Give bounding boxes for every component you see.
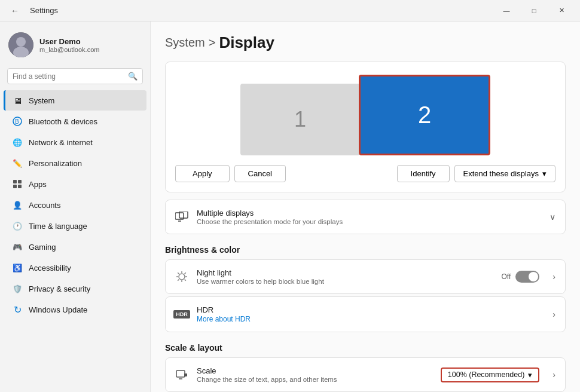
scale-text: Scale Change the size of text, apps, and… — [197, 366, 432, 383]
chevron-down-icon: ▾ — [542, 169, 547, 178]
sidebar-item-network[interactable]: 🌐 Network & internet — [4, 132, 146, 152]
user-name: User Demo — [39, 37, 99, 46]
multiple-displays-icon — [175, 210, 188, 223]
night-light-text: Night light Use warmer colors to help bl… — [197, 268, 493, 285]
hdr-title: HDR — [197, 305, 544, 314]
night-light-row: Night light Use warmer colors to help bl… — [165, 259, 566, 294]
extend-displays-button[interactable]: Extend these displays ▾ — [454, 165, 555, 182]
night-light-inner[interactable]: Night light Use warmer colors to help bl… — [166, 260, 565, 293]
minimize-button[interactable]: — — [493, 1, 520, 20]
monitor-1-label: 1 — [294, 107, 306, 132]
hdr-icon: HDR — [175, 308, 188, 321]
svg-line-17 — [178, 272, 179, 274]
svg-text:B: B — [15, 118, 19, 125]
svg-line-18 — [185, 280, 186, 281]
sidebar-item-personalization[interactable]: ✏️ Personalization — [4, 153, 146, 173]
scale-inner[interactable]: Scale Change the size of text, apps, and… — [166, 358, 565, 391]
accessibility-icon: ♿ — [12, 262, 23, 273]
night-light-title: Night light — [197, 268, 493, 277]
breadcrumb-parent[interactable]: System — [165, 36, 205, 50]
personalization-icon: ✏️ — [12, 158, 23, 169]
sidebar-item-accounts[interactable]: 👤 Accounts — [4, 195, 146, 215]
svg-rect-8 — [18, 185, 22, 188]
sidebar-item-gaming[interactable]: 🎮 Gaming — [4, 237, 146, 257]
user-email: m_lab@outlook.com — [39, 46, 99, 53]
display-card: 1 2 Apply Cancel Identify Extend these d… — [165, 62, 566, 192]
svg-rect-6 — [18, 180, 22, 183]
multiple-displays-subtitle: Choose the presentation mode for your di… — [197, 218, 541, 225]
gaming-icon: 🎮 — [12, 241, 23, 252]
svg-rect-23 — [184, 373, 187, 376]
sidebar-item-privacy[interactable]: 🛡️ Privacy & security — [4, 278, 146, 299]
network-icon: 🌐 — [12, 137, 23, 148]
maximize-button[interactable]: □ — [520, 1, 548, 20]
identify-button[interactable]: Identify — [397, 165, 450, 182]
monitor-1[interactable]: 1 — [240, 84, 360, 155]
back-button[interactable]: ← — [7, 4, 23, 18]
system-icon — [12, 95, 23, 106]
multiple-displays-inner[interactable]: Multiple displays Choose the presentatio… — [166, 200, 565, 234]
user-profile[interactable]: User Demo m_lab@outlook.com — [0, 26, 150, 66]
cancel-button[interactable]: Cancel — [234, 165, 286, 182]
sidebar-item-accessibility[interactable]: ♿ Accessibility — [4, 258, 146, 278]
sidebar-item-label: Windows Update — [29, 305, 87, 314]
sidebar-item-label: Time & language — [29, 222, 87, 231]
privacy-icon: 🛡️ — [12, 283, 23, 294]
update-icon: ↻ — [12, 304, 23, 315]
night-light-status: Off — [502, 272, 511, 281]
apply-button[interactable]: Apply — [175, 165, 230, 182]
close-button[interactable]: ✕ — [548, 1, 575, 20]
sidebar-item-bluetooth[interactable]: B Bluetooth & devices — [4, 111, 146, 131]
hdr-row: HDR HDR More about HDR › — [165, 296, 566, 332]
svg-point-1 — [16, 37, 26, 47]
scale-value-box[interactable]: 100% (Recommended) ▾ — [441, 368, 540, 382]
sidebar-item-label: Personalization — [29, 159, 82, 168]
sidebar-item-apps[interactable]: Apps — [4, 174, 146, 194]
svg-rect-21 — [176, 370, 185, 377]
title-bar-title: Settings — [30, 6, 58, 15]
accounts-icon: 👤 — [12, 200, 23, 210]
sidebar-item-label: Accessibility — [29, 264, 71, 272]
sidebar-item-update[interactable]: ↻ Windows Update — [4, 299, 146, 320]
monitor-2[interactable]: 2 — [359, 75, 490, 155]
user-info: User Demo m_lab@outlook.com — [39, 37, 99, 53]
extend-displays-label: Extend these displays — [463, 169, 539, 178]
brightness-section-heading: Brightness & color — [165, 245, 566, 255]
scale-value: 100% (Recommended) — [448, 370, 525, 379]
main-layout: User Demo m_lab@outlook.com 🔍 System B B… — [0, 22, 580, 392]
sidebar-item-label: Network & internet — [29, 138, 93, 147]
multiple-displays-text: Multiple displays Choose the presentatio… — [197, 209, 541, 225]
chevron-right-icon: ∨ — [550, 212, 555, 222]
sidebar-item-label: Accounts — [29, 201, 60, 210]
svg-rect-5 — [13, 180, 17, 183]
monitor-2-label: 2 — [418, 102, 431, 128]
multiple-displays-title: Multiple displays — [197, 209, 541, 218]
breadcrumb-separator: > — [209, 36, 216, 50]
display-preview: 1 2 — [175, 72, 555, 155]
hdr-text: HDR More about HDR — [197, 305, 544, 323]
search-box[interactable]: 🔍 — [7, 68, 143, 84]
title-bar: ← Settings — □ ✕ — [0, 0, 580, 22]
sidebar-item-label: Privacy & security — [29, 284, 90, 293]
multiple-displays-row: Multiple displays Choose the presentatio… — [165, 200, 566, 234]
hdr-inner[interactable]: HDR HDR More about HDR › — [166, 297, 565, 332]
night-light-switch[interactable] — [515, 271, 539, 283]
svg-line-19 — [178, 280, 179, 281]
chevron-down-icon: ▾ — [528, 370, 532, 379]
breadcrumb-current: Display — [219, 33, 274, 52]
night-light-icon — [175, 270, 188, 283]
sidebar-item-label: Gaming — [29, 243, 56, 252]
scale-title: Scale — [197, 366, 432, 375]
content-area: System > Display 1 2 Apply Cancel Identi… — [151, 22, 580, 392]
toggle-knob — [529, 272, 538, 281]
hdr-link[interactable]: More about HDR — [197, 315, 251, 323]
sidebar-item-label: System — [29, 96, 54, 105]
sidebar-item-time[interactable]: 🕐 Time & language — [4, 216, 146, 236]
search-input[interactable] — [13, 72, 124, 81]
sidebar-item-label: Apps — [29, 180, 47, 189]
chevron-right-icon: › — [552, 310, 555, 319]
night-light-subtitle: Use warmer colors to help block blue lig… — [197, 278, 493, 285]
apps-icon — [12, 179, 23, 189]
sidebar-item-system[interactable]: System — [4, 90, 146, 111]
breadcrumb: System > Display — [165, 33, 566, 52]
